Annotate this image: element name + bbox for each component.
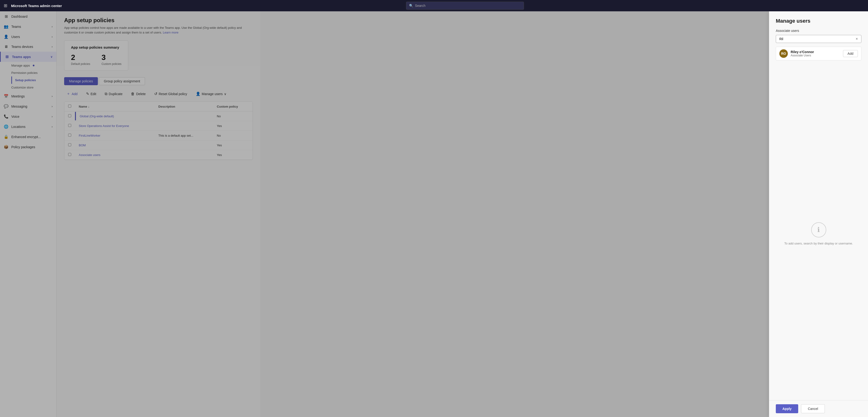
app-title: Microsoft Teams admin center	[11, 4, 62, 8]
info-message: To add users, search by their display or…	[784, 241, 853, 246]
panel-footer: Apply Cancel	[769, 400, 868, 417]
topbar: ⊞ Microsoft Teams admin center 🔍	[0, 0, 868, 11]
user-avatar: RO	[779, 49, 788, 58]
user-info: Riley o'Connor Associate Users	[790, 50, 840, 57]
manage-users-panel: Manage users Associate users × RO Riley …	[769, 11, 868, 417]
info-icon: ℹ	[811, 222, 826, 237]
apply-button[interactable]: Apply	[776, 404, 798, 413]
search-input[interactable]	[415, 2, 521, 9]
clear-search-button[interactable]: ×	[855, 36, 859, 42]
user-search-wrap: ×	[776, 35, 861, 43]
overlay	[0, 11, 868, 417]
search-bar[interactable]: 🔍	[406, 2, 524, 10]
add-user-button[interactable]: Add	[843, 50, 858, 57]
panel-title: Manage users	[776, 18, 861, 24]
app-name-text: Microsoft Teams admin center	[11, 4, 62, 8]
info-placeholder: ℹ To add users, search by their display …	[769, 68, 868, 400]
user-sub-label: Associate Users	[790, 54, 840, 57]
cancel-button[interactable]: Cancel	[801, 404, 825, 413]
search-icon: 🔍	[409, 4, 413, 7]
grid-icon[interactable]: ⊞	[4, 3, 7, 8]
associate-users-label: Associate users	[776, 29, 861, 33]
panel-header: Manage users Associate users × RO Riley …	[769, 11, 868, 68]
user-name: Riley o'Connor	[790, 50, 840, 54]
user-search-input[interactable]	[778, 35, 855, 43]
layout: ⊞ Dashboard 👥 Teams › 👤 Users › 🖥 Teams …	[0, 11, 260, 417]
user-result-item: RO Riley o'Connor Associate Users Add	[776, 47, 861, 60]
